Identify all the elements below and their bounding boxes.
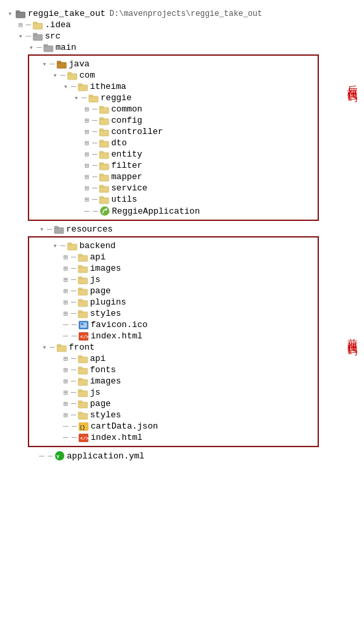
svg-rect-24 <box>99 153 109 159</box>
svg-rect-17 <box>99 106 103 108</box>
b-plugins-expander: ⊞ <box>61 298 70 307</box>
b-styles-label: styles <box>90 309 121 318</box>
reggie-label: reggie <box>101 93 132 103</box>
svg-rect-2 <box>33 23 42 29</box>
front-folder-item[interactable]: ▾ — front <box>29 342 318 353</box>
f-index-item[interactable]: — — </> index.html <box>29 432 318 443</box>
svg-rect-46 <box>78 288 82 290</box>
b-js-icon <box>78 275 88 285</box>
svg-rect-26 <box>99 164 109 170</box>
reggieapp-item[interactable]: — — ReggieApplication <box>29 205 318 217</box>
main-item[interactable]: ▾ — main <box>5 42 359 53</box>
svg-rect-28 <box>99 175 109 181</box>
filter-folder-icon <box>99 161 109 171</box>
controller-label: controller <box>111 127 163 137</box>
b-favicon-item[interactable]: — — favicon.ico <box>29 319 318 330</box>
filter-item[interactable]: ⊞ — filter <box>29 160 318 171</box>
svg-rect-60 <box>78 368 88 374</box>
svg-text:{}: {} <box>80 425 85 430</box>
idea-folder-icon <box>32 21 43 30</box>
service-item[interactable]: ⊞ — service <box>29 182 318 194</box>
config-item[interactable]: ⊞ — config <box>29 115 318 126</box>
f-index-label: index.html <box>91 433 143 443</box>
svg-rect-0 <box>16 12 25 18</box>
dto-item[interactable]: ⊞ — dto <box>29 137 318 149</box>
svg-rect-65 <box>78 389 82 391</box>
frontend-box: ▾ — backend ⊞ — api ⊞ <box>28 236 319 447</box>
f-js-expander: ⊞ <box>61 388 70 397</box>
spring-icon <box>99 206 110 216</box>
src-expander: ▾ <box>16 32 25 40</box>
b-plugins-item[interactable]: ⊞ — plugins <box>29 297 318 308</box>
f-images-icon <box>78 377 88 386</box>
b-images-item[interactable]: ⊞ — images <box>29 263 318 274</box>
resources-expander: ▾ <box>37 225 46 234</box>
common-item[interactable]: ⊞ — common <box>29 104 318 115</box>
utils-label: utils <box>111 194 137 204</box>
favicon-icon <box>78 320 89 330</box>
svg-rect-33 <box>99 196 103 198</box>
svg-rect-27 <box>99 163 103 165</box>
controller-expander: ⊞ <box>82 127 91 136</box>
f-page-item[interactable]: ⊞ — page <box>29 398 318 409</box>
filter-label: filter <box>111 161 143 171</box>
utils-item[interactable]: ⊞ — utils <box>29 194 318 205</box>
b-page-item[interactable]: ⊞ — page <box>29 285 318 297</box>
itheima-label: itheima <box>90 82 127 92</box>
controller-item[interactable]: ⊞ — controller <box>29 126 318 137</box>
src-item[interactable]: ▾ — src <box>5 31 359 42</box>
mapper-folder-icon <box>99 172 109 182</box>
f-images-item[interactable]: ⊞ — images <box>29 376 318 387</box>
dto-label: dto <box>111 138 127 148</box>
svg-text:</>: </> <box>80 334 89 340</box>
appyml-item[interactable]: — — Y application.yml <box>5 450 359 462</box>
mapper-item[interactable]: ⊞ — mapper <box>29 171 318 182</box>
b-styles-item[interactable]: ⊞ — styles <box>29 308 318 319</box>
f-fonts-item[interactable]: ⊞ — fonts <box>29 364 318 376</box>
svg-rect-67 <box>78 401 82 403</box>
f-styles-item[interactable]: ⊞ — styles <box>29 409 318 421</box>
dto-expander: ⊞ <box>82 139 91 147</box>
resources-item[interactable]: ▾ — resources <box>5 224 359 235</box>
itheima-item[interactable]: ▾ — itheima <box>29 81 318 92</box>
b-api-item[interactable]: ⊞ — api <box>29 251 318 263</box>
service-label: service <box>111 183 148 193</box>
b-images-expander: ⊞ <box>61 264 70 273</box>
reggieapp-label: ReggieApplication <box>112 206 200 216</box>
backend-folder-item[interactable]: ▾ — backend <box>29 240 318 251</box>
java-box: ▾ — java ▾ — com ▾ — <box>28 54 319 221</box>
svg-rect-45 <box>78 289 88 295</box>
svg-rect-40 <box>78 254 82 256</box>
filter-expander: ⊞ <box>82 161 91 170</box>
f-cartdata-item[interactable]: — — {} cartData.json <box>29 421 318 432</box>
src-folder-icon <box>32 32 43 41</box>
svg-rect-48 <box>78 299 82 301</box>
common-folder-icon <box>99 105 109 114</box>
svg-rect-12 <box>78 85 88 91</box>
idea-item[interactable]: ⊞ — .idea <box>5 19 359 31</box>
java-label: java <box>69 59 90 69</box>
f-images-label: images <box>90 376 121 386</box>
reggie-item[interactable]: ▾ — reggie <box>29 92 318 104</box>
b-js-item[interactable]: ⊞ — js <box>29 274 318 285</box>
f-api-label: api <box>90 354 105 364</box>
b-styles-icon <box>78 309 88 318</box>
f-page-expander: ⊞ <box>61 399 70 408</box>
f-images-expander: ⊞ <box>61 377 70 385</box>
idea-label: .idea <box>45 20 71 30</box>
f-html-icon: </> <box>78 433 89 443</box>
root-item[interactable]: ▾ reggie_take_out D:\mavenprojects\reggi… <box>5 8 359 19</box>
idea-dash: — <box>26 20 31 30</box>
entity-item[interactable]: ⊞ — entity <box>29 149 318 160</box>
svg-rect-47 <box>78 301 88 307</box>
f-fonts-label: fonts <box>90 365 116 375</box>
svg-rect-58 <box>78 357 88 363</box>
b-index-item[interactable]: — — </> index.html <box>29 330 318 342</box>
com-item[interactable]: ▾ — com <box>29 70 318 81</box>
b-favicon-label: favicon.ico <box>91 320 148 330</box>
java-item[interactable]: ▾ — java <box>29 58 318 70</box>
f-api-item[interactable]: ⊞ — api <box>29 353 318 364</box>
b-page-icon <box>78 287 88 296</box>
svg-rect-35 <box>54 228 64 234</box>
f-js-item[interactable]: ⊞ — js <box>29 387 318 398</box>
